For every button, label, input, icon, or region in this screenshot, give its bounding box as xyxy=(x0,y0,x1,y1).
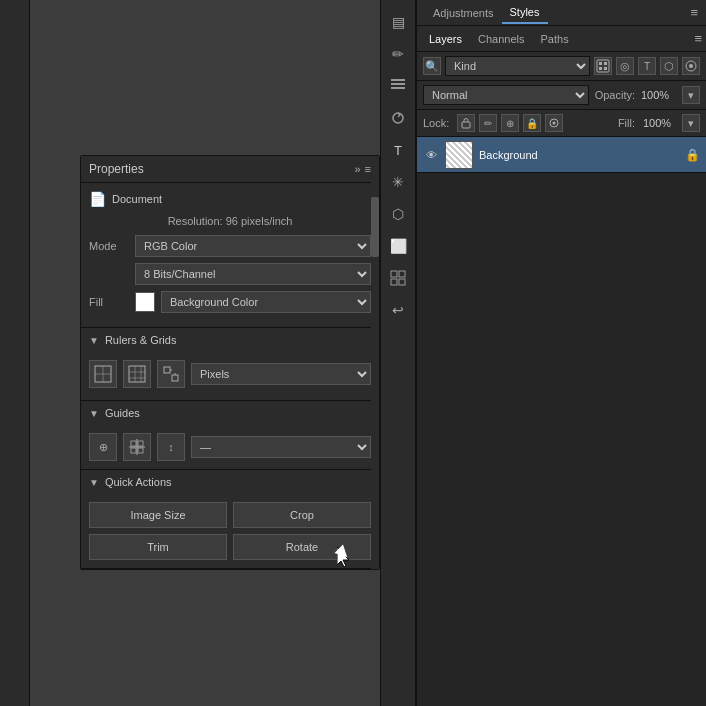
text-filter-icon[interactable]: T xyxy=(638,57,656,75)
opacity-label: Opacity: xyxy=(595,89,635,101)
trim-button[interactable]: Trim xyxy=(89,534,227,560)
shape-filter-icon[interactable]: ⬡ xyxy=(660,57,678,75)
fill-color-select[interactable]: Background Color xyxy=(161,291,371,313)
adjustment-layers-icon[interactable]: ▤ xyxy=(384,8,412,36)
blend-mode-select[interactable]: Normal xyxy=(423,85,589,105)
opacity-value: 100% xyxy=(641,89,676,101)
guides-content: ⊕ ↕ — xyxy=(81,425,379,469)
properties-panel: Properties » ≡ 📄 Document Resolution: 96… xyxy=(80,155,380,570)
lock-row: Lock: ✏ ⊕ 🔒 Fill: 100% ▾ xyxy=(417,110,706,137)
filter-row: 🔍 Kind ◎ T ⬡ xyxy=(417,52,706,81)
lock-pixels-icon[interactable] xyxy=(457,114,475,132)
svg-rect-35 xyxy=(138,448,143,453)
bits-select[interactable]: 8 Bits/Channel xyxy=(135,263,371,285)
blend-mode-row: Normal Opacity: 100% ▾ xyxy=(417,81,706,110)
quick-actions-grid: Image Size Crop Trim Rotate xyxy=(89,502,371,560)
lock-move-icon[interactable]: ✏ xyxy=(479,114,497,132)
grid-tool-icon[interactable] xyxy=(384,264,412,292)
rulers-grids-content: Pixels xyxy=(81,352,379,400)
rulers-grids-title: Rulers & Grids xyxy=(105,334,177,346)
guide-grid-icon[interactable] xyxy=(123,433,151,461)
layer-background[interactable]: 👁 Background 🔒 xyxy=(417,137,706,173)
tab-channels[interactable]: Channels xyxy=(470,28,532,50)
document-section: 📄 Document Resolution: 96 pixels/inch Mo… xyxy=(81,183,379,328)
cube-icon[interactable]: ⬡ xyxy=(384,200,412,228)
document-title: Document xyxy=(112,193,162,205)
fill-dropdown-icon[interactable]: ▾ xyxy=(682,114,700,132)
guides-title: Guides xyxy=(105,407,140,419)
properties-title: Properties xyxy=(89,162,348,176)
properties-header-icons: » ≡ xyxy=(354,163,371,175)
properties-scrollbar-thumb[interactable] xyxy=(371,197,379,257)
history-icon[interactable]: ↩ xyxy=(384,296,412,324)
fill-prop-label: Fill xyxy=(89,296,129,308)
search-icon[interactable]: 🔍 xyxy=(423,57,441,75)
adjustment-filter-icon[interactable]: ◎ xyxy=(616,57,634,75)
svg-point-14 xyxy=(689,64,693,68)
frame-tool-icon[interactable]: ⬜ xyxy=(384,232,412,260)
quick-actions-title: Quick Actions xyxy=(105,476,172,488)
svg-rect-34 xyxy=(131,448,136,453)
quick-actions-content: Image Size Crop Trim Rotate xyxy=(81,494,379,568)
svg-rect-4 xyxy=(391,271,397,277)
tab-styles[interactable]: Styles xyxy=(502,2,548,24)
layer-lock-icon: 🔒 xyxy=(685,148,700,162)
fill-color-swatch[interactable] xyxy=(135,292,155,312)
svg-rect-15 xyxy=(462,122,470,128)
mode-row: Mode RGB Color xyxy=(89,235,371,257)
svg-rect-10 xyxy=(604,62,607,65)
layer-visibility-toggle[interactable]: 👁 xyxy=(423,147,439,163)
guides-arrow: ▼ xyxy=(89,408,99,419)
tab-adjustments[interactable]: Adjustments xyxy=(425,3,502,23)
opacity-dropdown-icon[interactable]: ▾ xyxy=(682,86,700,104)
quick-actions-section: ▼ Quick Actions Image Size Crop Trim Rot… xyxy=(81,470,379,569)
tab-layers[interactable]: Layers xyxy=(421,28,470,50)
text-tool-icon[interactable]: T xyxy=(384,136,412,164)
mode-label: Mode xyxy=(89,240,129,252)
rulers-grids-section: ▼ Rulers & Grids Pixels xyxy=(81,328,379,401)
grid-icon[interactable] xyxy=(123,360,151,388)
guide-color-select[interactable]: — xyxy=(191,436,371,458)
rotate-icon[interactable] xyxy=(384,104,412,132)
guides-snap-icon[interactable] xyxy=(157,360,185,388)
properties-scrollbar[interactable] xyxy=(371,156,379,569)
guide-smart-icon[interactable]: ↕ xyxy=(157,433,185,461)
ruler-units-select[interactable]: Pixels xyxy=(191,363,371,385)
left-toolbar xyxy=(0,0,30,706)
tab-paths[interactable]: Paths xyxy=(533,28,577,50)
layer-thumb-inner xyxy=(446,142,472,168)
quick-actions-arrow: ▼ xyxy=(89,477,99,488)
pixel-filter-icon[interactable] xyxy=(594,57,612,75)
filter-kind-select[interactable]: Kind xyxy=(445,56,590,76)
smart-filter-icon[interactable] xyxy=(682,57,700,75)
asterisk-icon[interactable]: ✳ xyxy=(384,168,412,196)
svg-rect-26 xyxy=(164,367,170,373)
layers-panel-menu-icon[interactable]: ≡ xyxy=(694,31,702,46)
image-size-button[interactable]: Image Size xyxy=(89,502,227,528)
properties-header: Properties » ≡ xyxy=(81,156,379,183)
mode-select[interactable]: RGB Color xyxy=(135,235,371,257)
guides-header[interactable]: ▼ Guides xyxy=(81,401,379,425)
lock-position-icon[interactable] xyxy=(545,114,563,132)
properties-collapse-icon[interactable]: » xyxy=(354,163,360,175)
quick-actions-header[interactable]: ▼ Quick Actions xyxy=(81,470,379,494)
svg-point-17 xyxy=(553,122,556,125)
layer-name: Background xyxy=(479,149,679,161)
svg-rect-7 xyxy=(399,279,405,285)
crop-button[interactable]: Crop xyxy=(233,502,371,528)
properties-scroll-area[interactable]: 📄 Document Resolution: 96 pixels/inch Mo… xyxy=(81,183,379,569)
adjustments-menu-icon[interactable]: ≡ xyxy=(690,5,698,20)
guide-crosshair-icon[interactable]: ⊕ xyxy=(89,433,117,461)
layers-tool-icon[interactable] xyxy=(384,72,412,100)
svg-rect-12 xyxy=(604,67,607,70)
rulers-grids-header[interactable]: ▼ Rulers & Grids xyxy=(81,328,379,352)
svg-rect-8 xyxy=(597,60,609,72)
lock-artboard-icon[interactable]: ⊕ xyxy=(501,114,519,132)
rotate-button[interactable]: Rotate xyxy=(233,534,371,560)
resolution-line: Resolution: 96 pixels/inch xyxy=(89,215,371,227)
lock-all-icon[interactable]: 🔒 xyxy=(523,114,541,132)
svg-rect-11 xyxy=(599,67,602,70)
brush-tool-icon[interactable]: ✏ xyxy=(384,40,412,68)
ruler-icon[interactable] xyxy=(89,360,117,388)
svg-rect-1 xyxy=(391,87,405,89)
